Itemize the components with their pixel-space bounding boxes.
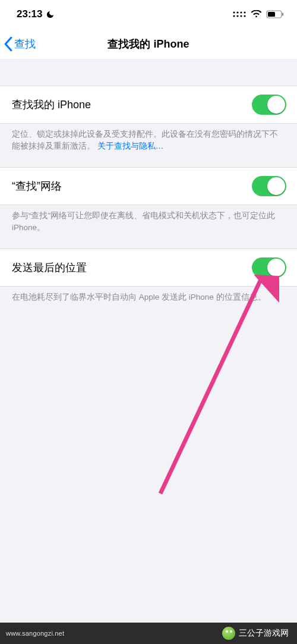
- privacy-link[interactable]: 关于查找与隐私…: [97, 142, 164, 150]
- footer-find-network: 参与“查找”网络可让您即使在离线、省电模式和关机状态下，也可定位此 iPhone…: [0, 205, 297, 249]
- toggle-knob: [267, 177, 285, 195]
- back-label: 查找: [14, 37, 36, 51]
- toggle-find-my-iphone[interactable]: [252, 95, 286, 115]
- footer-find-my-iphone: 定位、锁定或抹掉此设备及受支持配件。此设备在没有您密码的情况下不能被抹掉及重新激…: [0, 124, 297, 167]
- watermark-bar: www.sangongzi.net 三公子游戏网: [0, 623, 297, 644]
- toggle-knob: [267, 96, 285, 114]
- row-label: “查找”网络: [12, 179, 62, 193]
- do-not-disturb-icon: [46, 10, 55, 19]
- svg-point-0: [233, 11, 235, 13]
- back-button[interactable]: 查找: [4, 37, 36, 51]
- row-label: 发送最后的位置: [12, 260, 87, 275]
- svg-point-3: [244, 11, 245, 13]
- row-send-last-location: 发送最后的位置: [0, 249, 297, 287]
- row-find-my-iphone: 查找我的 iPhone: [0, 86, 297, 124]
- content: 查找我的 iPhone 定位、锁定或抹掉此设备及受支持配件。此设备在没有您密码的…: [0, 59, 297, 319]
- toggle-send-last-location[interactable]: [252, 257, 286, 278]
- svg-rect-10: [282, 13, 283, 16]
- svg-rect-9: [268, 12, 275, 17]
- status-right: [232, 10, 284, 18]
- row-label: 查找我的 iPhone: [12, 98, 91, 112]
- watermark-brand: 三公子游戏网: [239, 628, 289, 639]
- status-time: 23:13: [17, 8, 42, 20]
- svg-point-6: [240, 15, 242, 17]
- status-bar: 23:13: [0, 0, 297, 29]
- svg-point-4: [233, 15, 235, 17]
- footer-send-last-location: 在电池耗尽到了临界水平时自动向 Apple 发送此 iPhone 的位置信息。: [0, 287, 297, 319]
- watermark-logo-icon: [222, 627, 235, 640]
- toggle-knob: [267, 259, 285, 277]
- signal-dots-icon: [232, 10, 247, 18]
- svg-point-5: [236, 15, 238, 17]
- status-left: 23:13: [17, 8, 55, 20]
- page-title: 查找我的 iPhone: [108, 37, 189, 51]
- svg-point-7: [244, 15, 245, 17]
- svg-point-1: [236, 11, 238, 13]
- battery-icon: [266, 10, 284, 18]
- footer-text: 参与“查找”网络可让您即使在离线、省电模式和关机状态下，也可定位此 iPhone…: [12, 211, 275, 232]
- watermark-brand-wrap: 三公子游戏网: [222, 627, 289, 640]
- footer-text: 在电池耗尽到了临界水平时自动向 Apple 发送此 iPhone 的位置信息。: [12, 293, 266, 301]
- wifi-icon: [251, 10, 262, 18]
- svg-point-2: [240, 11, 242, 13]
- row-find-network: “查找”网络: [0, 167, 297, 205]
- nav-bar: 查找 查找我的 iPhone: [0, 29, 297, 59]
- toggle-find-network[interactable]: [252, 176, 286, 196]
- watermark-url: www.sangongzi.net: [6, 630, 64, 637]
